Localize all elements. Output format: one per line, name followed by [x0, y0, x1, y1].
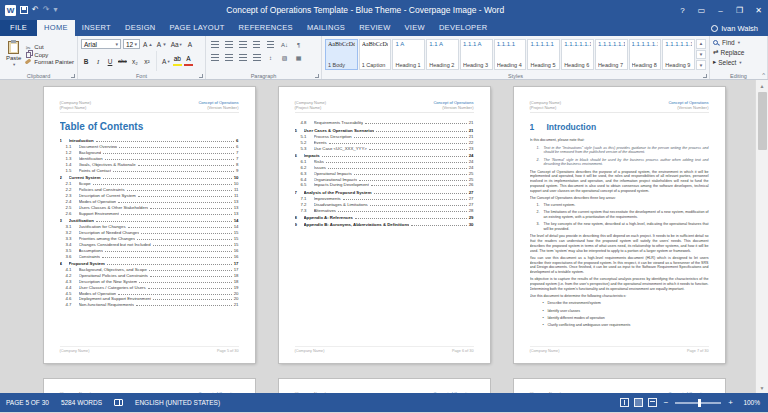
find-button[interactable]: Find ▾ — [713, 39, 764, 46]
font-color-button[interactable]: A — [184, 56, 193, 66]
font-family-dropdown-icon[interactable]: ▾ — [115, 41, 118, 47]
toc-entry[interactable]: 3.6 Constraints 16 — [60, 254, 239, 260]
ribbon-tab[interactable]: INSERT — [75, 20, 118, 36]
zoom-slider[interactable] — [675, 402, 721, 404]
font-family-combo[interactable]: Arial ▾ — [81, 39, 121, 49]
zoom-out-button[interactable]: − — [662, 398, 671, 407]
collapse-ribbon-icon[interactable]: ^ — [762, 72, 765, 78]
strikethrough-button[interactable]: abc — [117, 56, 128, 66]
change-case-button[interactable]: Aa▾ — [170, 39, 183, 49]
justify-button[interactable] — [251, 53, 262, 63]
font-size-combo[interactable]: 12 ▾ — [123, 39, 140, 49]
style-card[interactable]: 1.1.1.1.1 Heading 5 — [527, 39, 560, 70]
increase-indent-button[interactable] — [265, 40, 276, 50]
style-card[interactable]: 1.1.1.1 Heading 4 — [494, 39, 527, 70]
zoom-level[interactable]: 100% — [740, 399, 760, 406]
minimize-button[interactable]: – — [711, 0, 730, 20]
toc-entry[interactable]: 5.3 Use Case <UC_XXX_YYY> 23 — [295, 146, 474, 152]
style-card[interactable]: 1.1 A Heading 2 — [426, 39, 459, 70]
select-button[interactable]: ▸ Select ▾ — [713, 58, 764, 66]
document-canvas[interactable]: (Company Name) (Project Name) Concept of… — [0, 80, 768, 393]
zoom-in-button[interactable]: + — [726, 398, 735, 407]
ribbon-tab[interactable]: HOME — [37, 20, 75, 36]
ribbon-tab[interactable]: FILE — [0, 20, 37, 36]
multilevel-list-button[interactable] — [237, 40, 248, 50]
toc-entry[interactable]: 1.5 Points of Contact 9 — [60, 168, 239, 174]
style-card[interactable]: 1 A Heading 1 — [392, 39, 425, 70]
document-page-toc-1[interactable]: (Company Name) (Project Name) Concept of… — [44, 87, 255, 363]
align-left-button[interactable] — [209, 53, 220, 63]
styles-gallery-up-button[interactable]: ▲ — [696, 39, 706, 49]
toc-entry[interactable]: 4.7 Non-functional Requirements 21 — [60, 302, 239, 308]
ribbon-tab[interactable]: VIEW — [398, 20, 432, 36]
toc-entry[interactable]: 7.3 Alternatives 28 — [295, 208, 474, 214]
copy-button[interactable]: Copy — [24, 52, 74, 58]
highlight-button[interactable]: ab — [173, 56, 182, 66]
italic-button[interactable]: I — [93, 56, 103, 66]
save-icon[interactable] — [20, 6, 28, 14]
subscript-button[interactable]: x₂ — [130, 56, 140, 66]
scrollbar-thumb[interactable] — [758, 92, 767, 150]
print-layout-button[interactable] — [634, 398, 643, 407]
sort-button[interactable]: A↓ — [279, 40, 290, 50]
bullets-button[interactable] — [209, 40, 220, 50]
style-card[interactable]: AaBbCcDdE 1 Caption — [359, 39, 392, 70]
toc-entry[interactable]: 2.6 Support Environment 13 — [60, 211, 239, 217]
style-card[interactable]: 1.1.1.1.1.1.1.1.1 Heading 9 — [662, 39, 695, 70]
show-hide-paragraph-button[interactable]: ¶ — [293, 40, 304, 50]
vertical-scrollbar[interactable]: ▲ ▼ — [755, 80, 768, 393]
scroll-up-icon[interactable]: ▲ — [756, 80, 768, 91]
align-right-button[interactable] — [237, 53, 248, 63]
document-page-toc-2[interactable]: (Company Name) (Project Name) Concept of… — [279, 87, 490, 363]
style-card[interactable]: 1.1.1.1.1.1.1.1 Heading 8 — [629, 39, 662, 70]
ribbon-tab[interactable]: DEVELOPER — [432, 20, 495, 36]
style-card[interactable]: 1.1.1.1.1.1 Heading 6 — [561, 39, 594, 70]
read-mode-button[interactable] — [620, 398, 629, 407]
line-spacing-button[interactable]: ↕ — [265, 53, 276, 63]
zoom-slider-thumb[interactable] — [698, 399, 701, 407]
borders-button[interactable]: ▦ — [293, 53, 304, 63]
toc-entry[interactable]: 9 Appendix B: Acronyms, Abbreviations & … — [295, 222, 474, 228]
underline-button[interactable]: U — [105, 56, 115, 66]
align-center-button[interactable] — [223, 53, 234, 63]
styles-gallery-down-button[interactable]: ▼ — [696, 50, 706, 60]
language-indicator[interactable]: ENGLISH (UNITED STATES) — [129, 399, 226, 406]
close-button[interactable]: ✕ — [749, 0, 768, 20]
grow-font-button[interactable]: A▲ — [142, 39, 154, 49]
ribbon-tab[interactable]: REFERENCES — [232, 20, 300, 36]
format-painter-button[interactable]: Format Painter — [24, 59, 74, 65]
font-size-dropdown-icon[interactable]: ▾ — [134, 41, 137, 47]
styles-gallery-more-button[interactable]: ▼ — [696, 60, 706, 70]
replace-button[interactable]: ⇄ Replace — [713, 48, 764, 56]
scroll-down-icon[interactable]: ▼ — [756, 382, 768, 393]
style-card[interactable]: 1.1.1 A Heading 3 — [460, 39, 493, 70]
style-card[interactable]: 1.1.1.1.1.1.1 Heading 7 — [595, 39, 628, 70]
help-button[interactable]: ? — [673, 0, 692, 20]
bold-button[interactable]: B — [81, 56, 91, 66]
paste-dropdown-icon[interactable]: ▾ — [13, 62, 15, 67]
signed-in-user[interactable]: Ivan Walsh — [711, 20, 768, 36]
ribbon-tab[interactable]: MAILINGS — [300, 20, 352, 36]
document-page-introduction[interactable]: (Company Name) (Project Name) Concept of… — [514, 87, 725, 363]
style-card[interactable]: AaBbCcDdE 1 Body — [325, 39, 358, 70]
ribbon-tab[interactable]: DESIGN — [118, 20, 163, 36]
document-page-partial[interactable]: (Company Name) (Project Name) Concept of… — [279, 379, 490, 393]
toc-entry[interactable]: 6.5 Impacts During Development 26 — [295, 182, 474, 188]
paste-button[interactable]: Paste ▾ — [3, 38, 24, 70]
document-page-partial[interactable]: (Company Name) (Project Name) Concept of… — [44, 379, 255, 393]
shading-button[interactable]: ▨ — [279, 53, 290, 63]
redo-icon[interactable]: ↷ — [43, 6, 50, 14]
word-logo-icon[interactable]: W — [5, 5, 16, 16]
shrink-font-button[interactable]: A▼ — [156, 39, 168, 49]
superscript-button[interactable]: x² — [142, 56, 152, 66]
web-layout-button[interactable] — [648, 398, 657, 407]
proofing-status[interactable] — [108, 399, 129, 406]
word-count[interactable]: 5284 WORDS — [55, 399, 108, 406]
text-effects-button[interactable]: A▾ — [161, 56, 171, 66]
ribbon-tab[interactable]: REVIEW — [352, 20, 397, 36]
decrease-indent-button[interactable] — [251, 40, 262, 50]
cut-button[interactable]: ✂ Cut — [24, 44, 74, 51]
undo-icon[interactable]: ↶ — [32, 6, 39, 14]
document-page-partial[interactable]: (Company Name) (Project Name) Concept of… — [514, 379, 725, 393]
clear-formatting-button[interactable]: A — [185, 39, 195, 49]
